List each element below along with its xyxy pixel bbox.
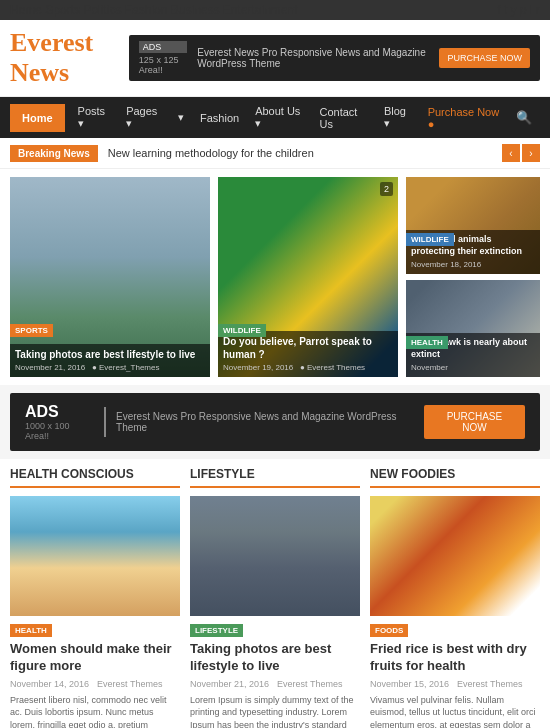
featured-center-category: WILDLIFE [218,324,266,337]
twitter-icon[interactable]: t [504,3,507,17]
lifestyle-main-image-bg [190,496,360,616]
nav-home[interactable]: Home [10,104,65,132]
nav-about[interactable]: About Us ▾ [247,97,311,138]
ad-banner-text: Everest News Pro Responsive News and Mag… [116,411,424,433]
topnav-entertainment[interactable]: Entertainment [223,3,298,17]
instagram-icon[interactable]: i [530,3,533,17]
lifestyle-author: Everest Themes [277,679,342,689]
foodies-date: November 15, 2016 [370,679,449,689]
health-main-image-bg [10,496,180,616]
featured-center-author: Everest Themes [307,363,365,372]
featured-right: WILDLIFE Lion killed animals protecting … [406,177,540,377]
topnav-fashion[interactable]: Fashion [125,3,168,17]
breaking-prev[interactable]: ‹ [502,144,520,162]
youtube-icon[interactable]: y [511,3,517,17]
topnav-home[interactable]: Home [10,3,42,17]
featured-right-bottom-category: HEALTH [406,336,448,349]
topnav-sports[interactable]: Sports [45,3,80,17]
lifestyle-column-header: LIFESTYLE [190,467,360,488]
health-date: November 14, 2016 [10,679,89,689]
top-nav-links: Home Sports Politics Fashion Business En… [10,3,298,17]
ad-info: ADS 125 x 125 Area!! [139,41,187,75]
ad-text: Everest News Pro Responsive News and Mag… [197,47,429,69]
foodies-column: NEW FOODIES FOODS Fried rice is best wit… [370,467,540,728]
ad-banner-title: ADS [25,403,94,421]
featured-left: SPORTS Taking photos are best lifestyle … [10,177,210,377]
ad-banner-left-block: ADS 1000 x 100 Area!! [25,403,94,441]
rss-icon[interactable]: r [536,3,540,17]
lifestyle-main-title: Taking photos are best lifestyle to live [190,641,360,675]
topnav-politics[interactable]: Politics [83,3,121,17]
featured-left-title: Taking photos are best lifestyle to live… [10,344,210,377]
featured-right-top: WILDLIFE Lion killed animals protecting … [406,177,540,274]
featured-right-bottom: HEALTH Eagle Hawk is nearly about extinc… [406,280,540,377]
ad-banner-divider [104,407,106,437]
site-header: Everest News ADS 125 x 125 Area!! Everes… [0,20,550,97]
featured-right-top-category: WILDLIFE [406,233,454,246]
health-column: HEALTH CONSCIOUS HEALTH Women should mak… [10,467,180,728]
top-navigation: Home Sports Politics Fashion Business En… [0,0,550,20]
three-column-section: HEALTH CONSCIOUS HEALTH Women should mak… [0,459,550,728]
ad-banner: ADS 1000 x 100 Area!! Everest News Pro R… [10,393,540,451]
breaking-label: Breaking News [10,145,98,162]
nav-pages[interactable]: Pages ▾ [118,97,170,138]
site-logo: Everest News [10,28,129,88]
header-advertisement: ADS 125 x 125 Area!! Everest News Pro Re… [129,35,540,81]
ad-size: 125 x 125 Area!! [139,55,187,75]
featured-left-image[interactable]: SPORTS Taking photos are best lifestyle … [10,177,210,377]
nav-blog[interactable]: Blog ▾ [376,97,420,138]
featured-section: SPORTS Taking photos are best lifestyle … [0,169,550,385]
ad-label: ADS [139,41,187,53]
facebook-icon[interactable]: f [497,3,500,17]
health-main-image[interactable] [10,496,180,616]
health-column-header: HEALTH CONSCIOUS [10,467,180,488]
nav-posts[interactable]: Posts ▾ [70,97,119,138]
breaking-arrows: ‹ › [502,144,540,162]
featured-left-category: SPORTS [10,324,53,337]
foodies-meta: November 15, 2016 Everest Themes [370,679,540,689]
foodies-main-image[interactable] [370,496,540,616]
comment-count: 2 [380,182,393,196]
foodies-body: Vivamus vel pulvinar felis. Nullam euism… [370,694,540,728]
featured-center-image[interactable]: 2 WILDLIFE Do you believe, Parrot speak … [218,177,398,377]
ad-banner-size: 1000 x 100 Area!! [25,421,94,441]
foodies-main-title: Fried rice is best with dry fruits for h… [370,641,540,675]
featured-right-bottom-image[interactable]: HEALTH Eagle Hawk is nearly about extinc… [406,280,540,377]
foodies-author: Everest Themes [457,679,522,689]
featured-left-author: Everest_Themes [99,363,159,372]
featured-center-title: Do you believe, Parrot speak to human ? … [218,331,398,377]
search-icon[interactable]: 🔍 [508,102,540,133]
topnav-business[interactable]: Business [171,3,220,17]
health-meta: November 14, 2016 Everest Themes [10,679,180,689]
foodies-category-badge: FOODS [370,624,408,637]
ad-banner-info: ADS 1000 x 100 Area!! Everest News Pro R… [25,403,424,441]
social-icons: f t y p i r [497,3,540,17]
foodies-main-image-bg [370,496,540,616]
featured-center-date: November 19, 2016 [223,363,293,372]
main-navigation: Home Posts ▾ Pages ▾ ▾ Fashion About Us … [0,97,550,138]
health-category-badge: HEALTH [10,624,52,637]
health-author: Everest Themes [97,679,162,689]
pinterest-icon[interactable]: p [520,3,527,17]
foodies-column-header: NEW FOODIES [370,467,540,488]
lifestyle-column: LIFESTYLE LIFESTYLE Taking photos are be… [190,467,360,728]
breaking-news-bar: Breaking News New learning methodology f… [0,138,550,169]
nav-contact[interactable]: Contact Us [312,98,376,138]
nav-fashion[interactable]: Fashion [192,104,247,132]
lifestyle-main-image[interactable] [190,496,360,616]
breaking-text: New learning methodology for the childre… [108,147,502,159]
featured-left-date: November 21, 2016 [15,363,85,372]
ad-banner-purchase-button[interactable]: PURCHASE NOW [424,405,525,439]
breaking-next[interactable]: › [522,144,540,162]
lifestyle-category-badge: LIFESTYLE [190,624,243,637]
nav-dropdown[interactable]: ▾ [170,103,192,132]
health-body: Praesent libero nisl, commodo nec velit … [10,694,180,728]
lifestyle-meta: November 21, 2016 Everest Themes [190,679,360,689]
lifestyle-date: November 21, 2016 [190,679,269,689]
nav-purchase[interactable]: Purchase Now ● [420,98,508,138]
health-main-title: Women should make their figure more [10,641,180,675]
featured-center: 2 WILDLIFE Do you believe, Parrot speak … [218,177,398,377]
featured-right-top-date: November 18, 2016 [411,260,481,269]
featured-right-top-image[interactable]: WILDLIFE Lion killed animals protecting … [406,177,540,274]
header-purchase-button[interactable]: PURCHASE NOW [439,48,530,68]
